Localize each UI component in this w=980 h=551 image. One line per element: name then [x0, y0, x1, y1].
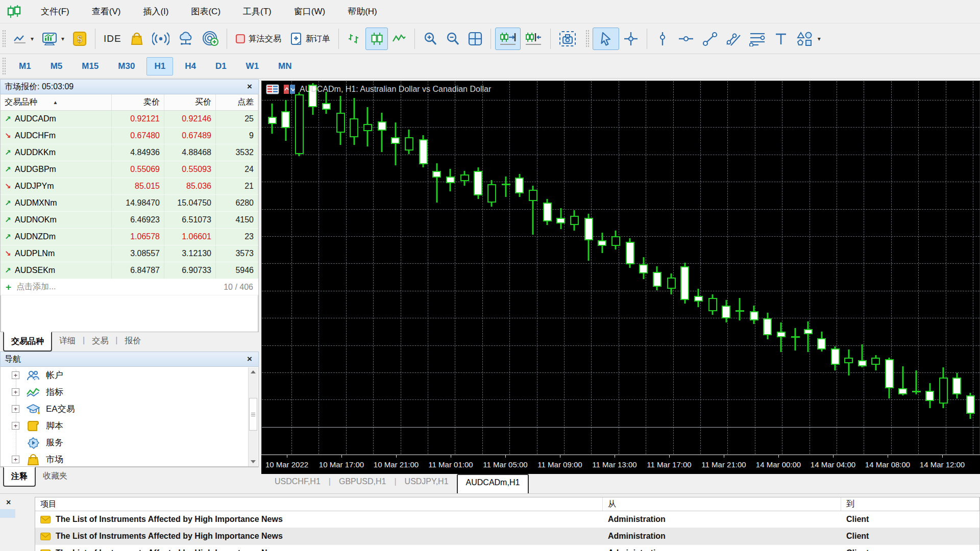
timeframe-d1[interactable]: D1 — [208, 57, 234, 76]
chart-time-axis[interactable]: 10 Mar 202210 Mar 17:0010 Mar 21:0011 Ma… — [261, 455, 980, 474]
text-tool-button[interactable] — [770, 28, 792, 50]
mail-row[interactable]: The List of Instruments Affected by High… — [35, 511, 979, 528]
column-to[interactable]: 到 — [841, 497, 979, 511]
dropdown-caret[interactable]: ▾ — [818, 35, 821, 42]
menu-item[interactable]: 工具(T) — [232, 2, 283, 21]
navigator-item-services[interactable]: +服务 — [1, 434, 258, 451]
expand-icon[interactable]: + — [12, 456, 19, 463]
column-ask[interactable]: 买价 — [164, 94, 216, 110]
navigator-item-experts[interactable]: +EA交易 — [1, 400, 258, 417]
navigator-item-market[interactable]: +市场 — [1, 451, 258, 467]
screenshot-button[interactable] — [555, 28, 580, 50]
mail-row[interactable]: The List of Instruments Affected by High… — [35, 545, 979, 551]
close-icon[interactable]: × — [245, 82, 254, 92]
zoom-in-button[interactable] — [419, 28, 442, 50]
one-click-trading-icon[interactable] — [283, 84, 296, 94]
close-icon[interactable]: × — [245, 354, 254, 364]
chart-plot-area[interactable]: AUDCADm, H1: Australian Dollar vs Canadi… — [261, 81, 980, 455]
chart-profile-button[interactable]: ▾ — [9, 28, 38, 50]
chart-tab-2[interactable]: USDJPY,H1 — [397, 474, 457, 489]
zoom-out-button[interactable] — [442, 28, 464, 50]
tile-windows-button[interactable] — [464, 28, 486, 50]
candlestick-mode-button[interactable] — [365, 28, 388, 50]
market-watch-tab-2[interactable]: 交易 — [85, 332, 115, 350]
crosshair-tool-button[interactable] — [619, 28, 643, 50]
menu-item[interactable]: 窗口(W) — [283, 2, 336, 21]
expand-icon[interactable]: + — [12, 388, 19, 396]
timeframe-w1[interactable]: W1 — [238, 57, 267, 76]
depth-of-market-icon[interactable] — [266, 84, 279, 94]
auto-scroll-button[interactable] — [495, 28, 521, 50]
cursor-tool-button[interactable] — [593, 28, 619, 50]
chart-tab-1[interactable]: GBPUSD,H1 — [331, 474, 394, 489]
column-bid[interactable]: 卖价 — [112, 94, 164, 110]
toolbar-grip[interactable] — [2, 30, 6, 48]
toolbox-tab-indicator[interactable] — [0, 509, 15, 518]
market-watch-row[interactable]: ↗AUDMXNm14.9847015.047506280 — [1, 195, 258, 212]
menu-item[interactable]: 插入(I) — [132, 2, 180, 21]
horizontal-line-tool-button[interactable] — [674, 28, 698, 50]
timeframe-m1[interactable]: M1 — [11, 57, 39, 76]
vertical-line-tool-button[interactable] — [651, 28, 674, 50]
dropdown-caret[interactable]: ▾ — [31, 35, 34, 42]
close-icon[interactable]: × — [6, 498, 11, 507]
navigator-tab-1[interactable]: 收藏夹 — [36, 467, 75, 485]
menu-item[interactable]: 图表(C) — [180, 2, 232, 21]
toolbar-grip[interactable] — [585, 30, 590, 48]
timeframe-h1[interactable]: H1 — [146, 57, 173, 76]
market-watch-row[interactable]: ↗AUDNZDm1.065781.0660123 — [1, 229, 258, 245]
market-watch-row[interactable]: ↗AUDCADm0.921210.9214625 — [1, 111, 258, 128]
dropdown-caret[interactable]: ▾ — [61, 35, 64, 42]
algo-trading-button[interactable]: 算法交易 — [231, 28, 285, 50]
chart-tab-0[interactable]: USDCHF,H1 — [266, 474, 329, 489]
add-signal-button[interactable] — [198, 28, 223, 50]
ide-button[interactable]: IDE — [100, 28, 126, 50]
scroll-down-button[interactable] — [249, 457, 258, 466]
expand-icon[interactable]: + — [12, 422, 19, 430]
market-watch-row[interactable]: ↗AUDDKKm4.849364.884683532 — [1, 144, 258, 161]
column-from[interactable]: 从 — [603, 497, 841, 511]
market-watch-row[interactable]: ↗AUDSEKm6.847876.907335946 — [1, 262, 258, 279]
line-chart-mode-button[interactable] — [388, 28, 410, 50]
market-watch-row[interactable]: ↘AUDPLNm3.085573.121303573 — [1, 245, 258, 262]
channel-tool-button[interactable] — [722, 28, 745, 50]
market-watch-row[interactable]: ↗AUDGBPm0.550690.5509324 — [1, 161, 258, 178]
chart-shift-button[interactable] — [521, 28, 546, 50]
timeframe-m15[interactable]: M15 — [74, 57, 106, 76]
timeframe-m30[interactable]: M30 — [110, 57, 142, 76]
market-watch-row[interactable]: ↗AUDNOKm6.469236.510734150 — [1, 212, 258, 229]
market-watch-tab-1[interactable]: 详细 — [52, 332, 83, 350]
bar-chart-mode-button[interactable] — [343, 28, 365, 50]
menu-item[interactable]: 帮助(H) — [336, 2, 388, 21]
navigator-scrollbar[interactable] — [248, 367, 258, 466]
timeframe-m5[interactable]: M5 — [43, 57, 70, 76]
navigator-item-indicators[interactable]: +指标 — [1, 384, 258, 400]
navigator-item-accounts[interactable]: +帐户 — [1, 367, 258, 384]
trendline-tool-button[interactable] — [698, 28, 722, 50]
market-button[interactable] — [126, 28, 148, 50]
mail-row[interactable]: The List of Instruments Affected by High… — [35, 528, 979, 545]
scroll-up-button[interactable] — [249, 367, 258, 377]
signals-button[interactable] — [148, 28, 174, 50]
chart-tab-3[interactable]: AUDCADm,H1 — [457, 474, 529, 493]
deposit-button[interactable]: $ — [68, 28, 91, 50]
market-watch-row[interactable]: ↘AUDCHFm0.674800.674899 — [1, 128, 258, 144]
navigator-item-scripts[interactable]: +脚本 — [1, 417, 258, 434]
column-spread[interactable]: 点差 — [216, 94, 258, 110]
window-profile-button[interactable]: ▾ — [38, 28, 68, 50]
navigator-tab-0[interactable]: 注释 — [3, 467, 36, 487]
timeframe-mn[interactable]: MN — [271, 57, 299, 76]
expand-icon[interactable]: + — [12, 371, 19, 379]
fibonacci-tool-button[interactable] — [745, 28, 770, 50]
scrollbar-thumb[interactable] — [249, 398, 257, 431]
menu-item[interactable]: 文件(F) — [30, 2, 81, 21]
new-order-button[interactable]: 新订单 — [285, 28, 334, 50]
column-symbol[interactable]: 交易品种 ▲ — [1, 94, 112, 110]
market-watch-row[interactable]: ↘AUDJPYm85.01585.03621 — [1, 178, 258, 195]
market-watch-tab-3[interactable]: 报价 — [117, 332, 148, 350]
column-subject[interactable]: 项目 — [35, 497, 603, 511]
toolbar-grip[interactable] — [2, 57, 6, 76]
timeframe-h4[interactable]: H4 — [177, 57, 204, 76]
market-watch-tab-0[interactable]: 交易品种 — [3, 332, 52, 352]
cloud-button[interactable] — [174, 28, 198, 50]
